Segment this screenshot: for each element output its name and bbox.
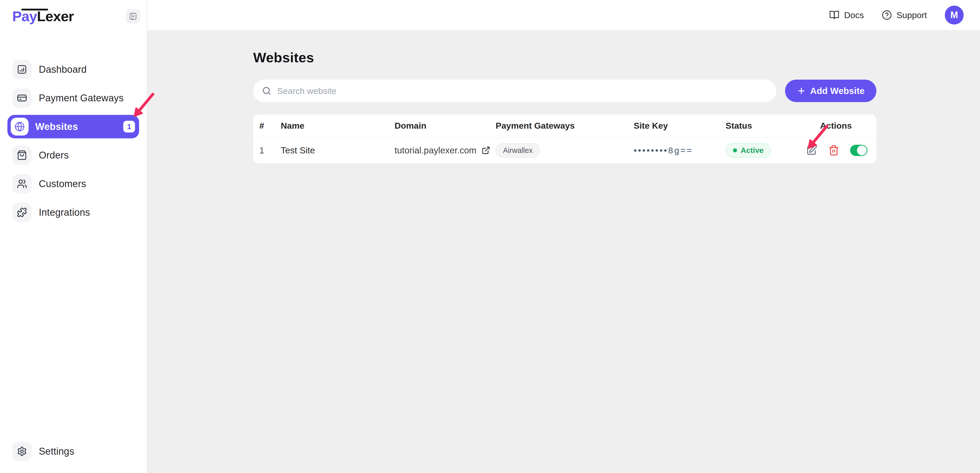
sidebar: PayLexer Dashboard Payment Gateway <box>0 0 147 473</box>
table-header-row: # Name Domain Payment Gateways Site Key … <box>253 115 877 137</box>
avatar-initial: M <box>950 10 958 21</box>
sidebar-item-label: Websites <box>35 121 78 132</box>
masked-site-key: ••••••••8g== <box>634 145 693 156</box>
gateway-chip: Airwallex <box>496 143 540 158</box>
sidebar-item-settings[interactable]: Settings <box>0 437 147 466</box>
sidebar-item-label: Customers <box>39 178 86 190</box>
docs-label: Docs <box>844 10 864 20</box>
add-website-button[interactable]: Add Website <box>785 80 877 102</box>
trash-icon <box>828 145 839 156</box>
sidebar-item-label: Dashboard <box>39 64 87 75</box>
sidebar-item-label: Orders <box>39 150 68 161</box>
delete-website-button[interactable] <box>828 145 839 156</box>
search-box <box>253 80 776 102</box>
websites-table: # Name Domain Payment Gateways Site Key … <box>253 115 877 163</box>
sidebar-item-label: Settings <box>39 446 74 457</box>
toolbar: Add Website <box>253 80 877 102</box>
plus-icon <box>797 86 806 96</box>
brand-name-primary: Pay <box>12 8 37 24</box>
column-header-sitekey: Site Key <box>634 121 725 131</box>
edit-website-button[interactable] <box>806 145 818 156</box>
sidebar-item-label: Integrations <box>39 207 90 218</box>
sidebar-header: PayLexer <box>0 0 147 33</box>
panel-left-collapse-icon <box>129 12 137 21</box>
row-index: 1 <box>259 145 281 156</box>
search-input[interactable] <box>277 86 768 96</box>
column-header-actions: Actions <box>820 121 870 131</box>
gear-icon <box>12 441 32 461</box>
sidebar-item-orders[interactable]: Orders <box>0 141 147 169</box>
brand-logo: PayLexer <box>12 9 74 24</box>
page-title: Websites <box>253 49 877 65</box>
column-header-index: # <box>259 121 281 131</box>
dashboard-chart-icon <box>12 60 32 79</box>
website-enabled-toggle[interactable] <box>850 145 867 156</box>
search-icon <box>262 86 272 96</box>
websites-count-badge: 1 <box>123 121 135 132</box>
support-label: Support <box>897 10 927 20</box>
column-header-status: Status <box>725 121 820 131</box>
docs-link[interactable]: Docs <box>829 10 864 20</box>
app-root: PayLexer Dashboard Payment Gateway <box>0 0 980 473</box>
domain-text: tutorial.paylexer.com <box>395 145 476 156</box>
column-header-name: Name <box>281 121 395 131</box>
users-icon <box>12 174 32 193</box>
sidebar-collapse-button[interactable] <box>126 9 140 24</box>
gateway-cell: Airwallex <box>496 143 634 158</box>
sidebar-item-integrations[interactable]: Integrations <box>0 198 147 227</box>
credit-card-icon <box>12 88 32 108</box>
sitekey-cell: ••••••••8g== <box>634 145 725 156</box>
website-domain: tutorial.paylexer.com <box>395 145 496 156</box>
external-link-icon[interactable] <box>482 146 490 155</box>
topbar: Docs Support M <box>147 0 980 30</box>
sidebar-nav: Dashboard Payment Gateways Websites 1 <box>0 55 147 227</box>
help-circle-icon <box>882 10 892 20</box>
add-website-label: Add Website <box>810 86 865 96</box>
sidebar-item-dashboard[interactable]: Dashboard <box>0 55 147 84</box>
square-pen-icon <box>806 145 818 156</box>
sidebar-footer: Settings <box>0 437 147 473</box>
actions-cell <box>806 145 870 156</box>
book-open-icon <box>829 10 839 20</box>
support-link[interactable]: Support <box>882 10 927 20</box>
puzzle-icon <box>12 203 32 222</box>
table-row: 1 Test Site tutorial.paylexer.com Airwal… <box>253 137 877 163</box>
user-avatar[interactable]: M <box>945 6 964 24</box>
status-label: Active <box>741 146 764 155</box>
column-header-gateways: Payment Gateways <box>496 121 634 131</box>
shopping-bag-icon <box>12 145 32 165</box>
column-header-domain: Domain <box>395 121 496 131</box>
toggle-knob <box>857 145 867 155</box>
sidebar-item-payment-gateways[interactable]: Payment Gateways <box>0 84 147 112</box>
status-badge: Active <box>725 143 771 158</box>
sidebar-item-websites[interactable]: Websites 1 <box>7 115 139 139</box>
globe-icon <box>11 118 29 135</box>
brand-name-secondary: Lexer <box>37 8 74 24</box>
status-dot-icon <box>733 148 737 152</box>
logo-bar-decoration <box>21 9 48 11</box>
main-content: Websites Add Website # Name Domain Payme… <box>147 30 980 473</box>
sidebar-item-label: Payment Gateways <box>39 93 124 104</box>
website-name: Test Site <box>281 145 395 156</box>
sidebar-item-customers[interactable]: Customers <box>0 169 147 198</box>
